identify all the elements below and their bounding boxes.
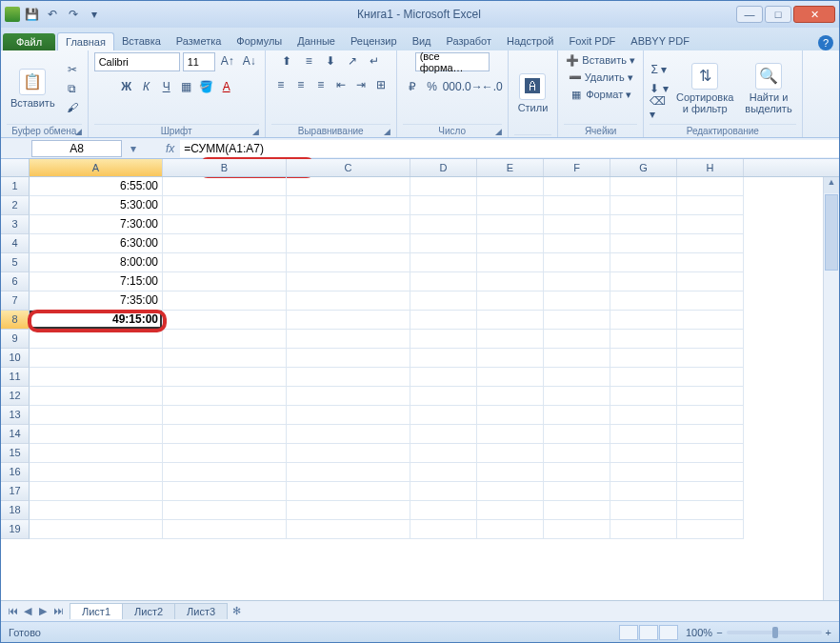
cell-C3[interactable]	[287, 215, 410, 234]
cell-B7[interactable]	[163, 291, 287, 311]
redo-button[interactable]: ↷	[64, 5, 83, 24]
cell-G3[interactable]	[610, 215, 677, 234]
cell-D2[interactable]	[410, 196, 477, 215]
cell-F7[interactable]	[544, 291, 610, 311]
cell-D17[interactable]	[410, 482, 477, 501]
name-box-dropdown[interactable]: ▾	[126, 142, 141, 155]
format-painter-button[interactable]: 🖌	[63, 99, 82, 116]
page-layout-view-button[interactable]	[639, 625, 658, 640]
cell-E8[interactable]	[477, 311, 544, 330]
cell-C13[interactable]	[287, 406, 410, 425]
cell-A3[interactable]: 7:30:00	[30, 215, 163, 234]
cell-F11[interactable]	[544, 368, 610, 387]
autosum-button[interactable]: Σ ▾	[650, 61, 669, 78]
orientation-button[interactable]: ↗	[343, 52, 362, 70]
column-header-B[interactable]: B	[163, 159, 287, 176]
cell-G11[interactable]	[610, 368, 677, 387]
cell-F16[interactable]	[544, 463, 610, 482]
cell-C7[interactable]	[287, 291, 410, 311]
tab-abbyy pdf[interactable]: ABBYY PDF	[623, 32, 697, 50]
cell-G2[interactable]	[610, 196, 677, 215]
cell-C5[interactable]	[287, 253, 410, 272]
cell-G7[interactable]	[610, 291, 677, 311]
percent-button[interactable]: %	[423, 78, 442, 95]
clear-button[interactable]: ⌫ ▾	[650, 99, 669, 116]
paste-button[interactable]: 📋 Вставить	[7, 67, 59, 111]
name-box[interactable]: A8	[31, 140, 122, 157]
cell-B5[interactable]	[163, 253, 287, 272]
currency-button[interactable]: ₽	[403, 78, 422, 95]
cell-E10[interactable]	[477, 349, 544, 368]
cell-H19[interactable]	[677, 520, 744, 539]
cell-G15[interactable]	[610, 444, 677, 463]
cell-H9[interactable]	[677, 330, 744, 349]
row-header-3[interactable]: 3	[1, 215, 30, 234]
row-header-9[interactable]: 9	[1, 330, 30, 349]
cell-D10[interactable]	[410, 349, 477, 368]
column-header-A[interactable]: A	[30, 159, 163, 176]
cell-A18[interactable]	[30, 501, 163, 520]
cell-B3[interactable]	[163, 215, 287, 234]
tab-разметка[interactable]: Разметка	[169, 32, 230, 50]
cell-G5[interactable]	[610, 253, 677, 272]
cell-G1[interactable]	[610, 177, 677, 196]
tab-разработ[interactable]: Разработ	[439, 32, 499, 50]
increase-decimal-button[interactable]: .0→	[463, 78, 482, 95]
cell-H14[interactable]	[677, 425, 744, 444]
bold-button[interactable]: Ж	[117, 78, 136, 95]
scroll-up-button[interactable]: ▲	[824, 177, 839, 193]
sheet-nav-last[interactable]: ⏭	[50, 605, 66, 617]
cell-G17[interactable]	[610, 482, 677, 501]
merge-button[interactable]: ⊞	[371, 76, 390, 93]
cell-D16[interactable]	[410, 463, 477, 482]
row-header-11[interactable]: 11	[1, 368, 30, 387]
cell-G14[interactable]	[610, 425, 677, 444]
cell-E13[interactable]	[477, 406, 544, 425]
cell-G16[interactable]	[610, 463, 677, 482]
styles-button[interactable]: 🅰 Стили	[514, 71, 552, 115]
row-header-6[interactable]: 6	[1, 272, 30, 291]
align-center-button[interactable]: ≡	[291, 76, 310, 93]
cell-D3[interactable]	[410, 215, 477, 234]
cell-A1[interactable]: 6:55:00	[30, 177, 163, 196]
save-button[interactable]: 💾	[22, 5, 41, 24]
wrap-text-button[interactable]: ↵	[365, 52, 384, 70]
cell-A11[interactable]	[30, 368, 163, 387]
tab-формулы[interactable]: Формулы	[229, 32, 290, 50]
sheet-tab-Лист3[interactable]: Лист3	[174, 603, 228, 619]
cell-C18[interactable]	[287, 501, 410, 520]
zoom-level[interactable]: 100%	[686, 627, 712, 638]
cell-B18[interactable]	[163, 501, 287, 520]
undo-button[interactable]: ↶	[43, 5, 62, 24]
cell-D15[interactable]	[410, 444, 477, 463]
cell-B6[interactable]	[163, 272, 287, 291]
cell-C19[interactable]	[287, 520, 410, 539]
row-header-14[interactable]: 14	[1, 425, 30, 444]
cell-F5[interactable]	[544, 253, 610, 272]
tab-вид[interactable]: Вид	[405, 32, 439, 50]
number-format-combo[interactable]: (все форма…	[415, 52, 490, 71]
row-header-17[interactable]: 17	[1, 482, 30, 501]
worksheet-grid[interactable]: ABCDEFGH 16:55:0025:30:0037:30:0046:30:0…	[1, 159, 839, 600]
tab-foxit pdf[interactable]: Foxit PDF	[561, 32, 623, 50]
cell-G4[interactable]	[610, 234, 677, 253]
cell-H4[interactable]	[677, 234, 744, 253]
format-cells-button[interactable]: ▦Формат ▾	[568, 87, 633, 102]
formula-input[interactable]	[180, 140, 839, 157]
row-header-2[interactable]: 2	[1, 196, 30, 215]
row-header-4[interactable]: 4	[1, 234, 30, 253]
sort-filter-button[interactable]: ⇅ Сортировка и фильтр	[672, 61, 737, 116]
scroll-thumb[interactable]	[825, 194, 838, 271]
row-header-1[interactable]: 1	[1, 177, 30, 196]
cell-A14[interactable]	[30, 425, 163, 444]
cell-G12[interactable]	[610, 387, 677, 406]
cell-H13[interactable]	[677, 406, 744, 425]
help-icon[interactable]: ?	[818, 35, 833, 50]
row-header-13[interactable]: 13	[1, 406, 30, 425]
dialog-launcher-icon[interactable]: ◢	[495, 127, 502, 136]
cell-F1[interactable]	[544, 177, 610, 196]
cell-F8[interactable]	[544, 311, 610, 330]
cell-B1[interactable]	[163, 177, 287, 196]
cell-F15[interactable]	[544, 444, 610, 463]
cell-F4[interactable]	[544, 234, 610, 253]
